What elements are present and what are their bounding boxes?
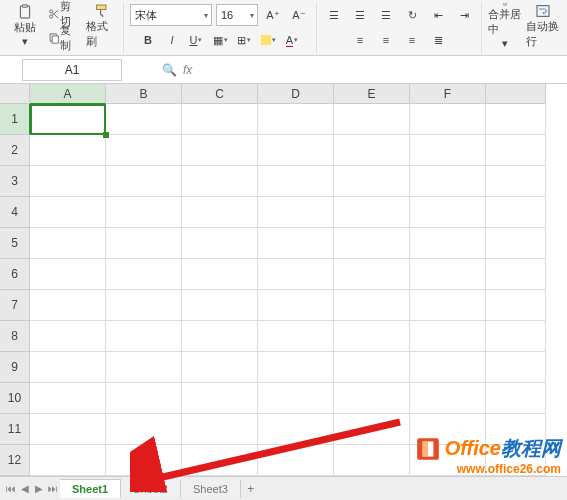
- cell[interactable]: [30, 135, 106, 166]
- formula-input[interactable]: [198, 60, 498, 80]
- cell[interactable]: [334, 414, 410, 445]
- cell[interactable]: [334, 445, 410, 476]
- cell[interactable]: [258, 290, 334, 321]
- cell[interactable]: [486, 383, 546, 414]
- cell[interactable]: [334, 166, 410, 197]
- cell[interactable]: [486, 321, 546, 352]
- column-header[interactable]: A: [30, 84, 106, 104]
- cell[interactable]: [182, 135, 258, 166]
- cell[interactable]: [30, 166, 106, 197]
- cell[interactable]: [410, 166, 486, 197]
- row-header[interactable]: 12: [0, 445, 30, 476]
- row-header[interactable]: 10: [0, 383, 30, 414]
- cell[interactable]: [182, 290, 258, 321]
- font-name-select[interactable]: 宋体 ▾: [130, 4, 212, 26]
- sheet-tab-1[interactable]: Sheet1: [60, 479, 121, 498]
- row-header[interactable]: 11: [0, 414, 30, 445]
- row-header[interactable]: 9: [0, 352, 30, 383]
- cell[interactable]: [106, 228, 182, 259]
- cell[interactable]: [182, 352, 258, 383]
- justify-button[interactable]: ≣: [427, 29, 449, 51]
- cell[interactable]: [486, 135, 546, 166]
- cell[interactable]: [334, 321, 410, 352]
- merge-center-button[interactable]: 合并居中▾: [488, 2, 522, 50]
- cell[interactable]: [258, 104, 334, 135]
- align-center-button[interactable]: ≡: [375, 29, 397, 51]
- cell[interactable]: [182, 166, 258, 197]
- cell[interactable]: [182, 104, 258, 135]
- column-header[interactable]: E: [334, 84, 410, 104]
- cell[interactable]: [182, 259, 258, 290]
- cell[interactable]: [486, 352, 546, 383]
- paste-button[interactable]: 粘贴▾: [10, 2, 41, 50]
- cell[interactable]: [486, 259, 546, 290]
- align-middle-button[interactable]: ☰: [349, 4, 371, 26]
- align-left-button[interactable]: ≡: [349, 29, 371, 51]
- cell[interactable]: [182, 197, 258, 228]
- cell[interactable]: [258, 321, 334, 352]
- cell[interactable]: [486, 166, 546, 197]
- row-header[interactable]: 8: [0, 321, 30, 352]
- tab-nav-prev[interactable]: ◀: [18, 480, 32, 498]
- row-header[interactable]: 1: [0, 104, 30, 135]
- cell[interactable]: [410, 290, 486, 321]
- cell[interactable]: [258, 135, 334, 166]
- cell[interactable]: [334, 290, 410, 321]
- row-header[interactable]: 5: [0, 228, 30, 259]
- fill-handle[interactable]: [103, 132, 109, 138]
- tab-nav-next[interactable]: ▶: [32, 480, 46, 498]
- select-all-corner[interactable]: [0, 84, 30, 104]
- cell[interactable]: [258, 383, 334, 414]
- format-painter-button[interactable]: 格式刷: [86, 2, 117, 50]
- cell[interactable]: [182, 383, 258, 414]
- bold-button[interactable]: B: [137, 29, 159, 51]
- cut-button[interactable]: 剪切: [45, 3, 83, 25]
- row-header[interactable]: 4: [0, 197, 30, 228]
- cell[interactable]: [258, 414, 334, 445]
- cell[interactable]: [486, 197, 546, 228]
- cell[interactable]: [106, 259, 182, 290]
- column-header[interactable]: F: [410, 84, 486, 104]
- sheet-tab-2[interactable]: Sheet2: [121, 480, 181, 498]
- cell[interactable]: [334, 259, 410, 290]
- underline-button[interactable]: U▾: [185, 29, 207, 51]
- column-header[interactable]: D: [258, 84, 334, 104]
- align-right-button[interactable]: ≡: [401, 29, 423, 51]
- cell[interactable]: [106, 414, 182, 445]
- cell[interactable]: [410, 104, 486, 135]
- cell[interactable]: [334, 104, 410, 135]
- column-header[interactable]: [486, 84, 546, 104]
- cell[interactable]: [486, 104, 546, 135]
- tab-nav-first[interactable]: ⏮: [4, 480, 18, 498]
- cell[interactable]: [410, 352, 486, 383]
- add-sheet-button[interactable]: +: [241, 482, 261, 496]
- cell[interactable]: [182, 228, 258, 259]
- cell[interactable]: [30, 290, 106, 321]
- column-header[interactable]: B: [106, 84, 182, 104]
- cell[interactable]: [258, 445, 334, 476]
- cell[interactable]: [106, 383, 182, 414]
- orientation-button[interactable]: ↻: [401, 4, 423, 26]
- indent-decrease-button[interactable]: ⇤: [427, 4, 449, 26]
- fx-label[interactable]: fx: [183, 63, 192, 77]
- cell[interactable]: [334, 383, 410, 414]
- decrease-font-button[interactable]: A⁻: [288, 4, 310, 26]
- cell[interactable]: [486, 290, 546, 321]
- align-bottom-button[interactable]: ☰: [375, 4, 397, 26]
- cell[interactable]: [106, 352, 182, 383]
- cell[interactable]: [258, 197, 334, 228]
- cell[interactable]: [258, 228, 334, 259]
- cell[interactable]: [410, 321, 486, 352]
- cell[interactable]: [30, 321, 106, 352]
- italic-button[interactable]: I: [161, 29, 183, 51]
- tab-nav-last[interactable]: ⏭: [46, 480, 60, 498]
- row-header[interactable]: 7: [0, 290, 30, 321]
- cell[interactable]: [106, 166, 182, 197]
- cell[interactable]: [410, 197, 486, 228]
- cell[interactable]: [30, 414, 106, 445]
- sheet-tab-3[interactable]: Sheet3: [181, 480, 241, 498]
- increase-font-button[interactable]: A⁺: [262, 4, 284, 26]
- cell[interactable]: [334, 197, 410, 228]
- indent-increase-button[interactable]: ⇥: [453, 4, 475, 26]
- name-box[interactable]: A1: [22, 59, 122, 81]
